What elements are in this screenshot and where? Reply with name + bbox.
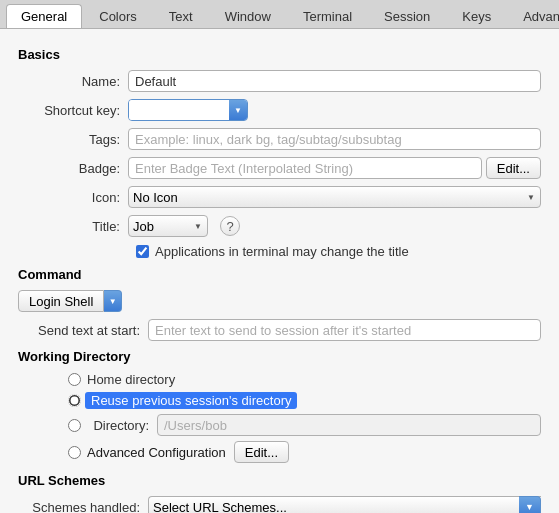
- reuse-dir-radio-row: Reuse previous session's directory: [18, 392, 541, 409]
- icon-label: Icon:: [18, 190, 128, 205]
- badge-input[interactable]: [128, 157, 482, 179]
- url-schemes-section: URL Schemes Schemes handled: Select URL …: [18, 473, 541, 513]
- icon-control: No Icon: [128, 186, 541, 208]
- home-dir-radio-row: Home directory: [18, 372, 541, 387]
- change-title-label: Applications in terminal may change the …: [155, 244, 409, 259]
- icon-select-wrap[interactable]: No Icon: [128, 186, 541, 208]
- name-row: Name:: [18, 70, 541, 92]
- advanced-config-radio[interactable]: [68, 446, 81, 459]
- custom-dir-radio[interactable]: [68, 419, 81, 432]
- name-control: [128, 70, 541, 92]
- shortcut-label: Shortcut key:: [18, 103, 128, 118]
- title-help-button[interactable]: ?: [220, 216, 240, 236]
- directory-label: Directory:: [87, 418, 157, 433]
- tags-control: [128, 128, 541, 150]
- tags-input[interactable]: [128, 128, 541, 150]
- badge-label: Badge:: [18, 161, 128, 176]
- login-shell-arrow-button[interactable]: ▼: [104, 290, 122, 312]
- advanced-config-row: Advanced Configuration Edit...: [18, 441, 541, 463]
- title-select[interactable]: Job: [128, 215, 208, 237]
- schemes-handled-label: Schemes handled:: [18, 500, 148, 514]
- change-title-checkbox[interactable]: [136, 245, 149, 258]
- reuse-dir-label: Reuse previous session's directory: [85, 392, 297, 409]
- tab-keys[interactable]: Keys: [447, 4, 506, 28]
- tags-row: Tags:: [18, 128, 541, 150]
- basics-header: Basics: [18, 47, 541, 62]
- tab-general[interactable]: General: [6, 4, 82, 28]
- advanced-config-label: Advanced Configuration: [87, 445, 226, 460]
- tab-bar: General Colors Text Window Terminal Sess…: [0, 0, 559, 29]
- content-area: Basics Name: Shortcut key: ▼ Tags: Badge…: [0, 29, 559, 513]
- badge-edit-button[interactable]: Edit...: [486, 157, 541, 179]
- home-dir-radio[interactable]: [68, 373, 81, 386]
- change-title-checkbox-row: Applications in terminal may change the …: [18, 244, 541, 259]
- directory-row: Directory:: [18, 414, 541, 436]
- shortcut-row: Shortcut key: ▼: [18, 99, 541, 121]
- tab-window[interactable]: Window: [210, 4, 286, 28]
- working-dir-header: Working Directory: [18, 349, 541, 364]
- command-header: Command: [18, 267, 541, 282]
- directory-input[interactable]: [157, 414, 541, 436]
- shortcut-arrow-btn[interactable]: ▼: [229, 100, 247, 120]
- url-schemes-row: Schemes handled: Select URL Schemes... ▼: [18, 496, 541, 513]
- reuse-dir-radio[interactable]: [68, 394, 81, 407]
- url-schemes-select[interactable]: Select URL Schemes...: [148, 496, 541, 513]
- advanced-config-edit-button[interactable]: Edit...: [234, 441, 289, 463]
- command-row: Login Shell ▼: [18, 290, 541, 312]
- tab-colors[interactable]: Colors: [84, 4, 152, 28]
- title-control: Job ?: [128, 215, 541, 237]
- url-schemes-arrow-button[interactable]: ▼: [519, 496, 541, 513]
- home-dir-label: Home directory: [87, 372, 175, 387]
- send-text-label: Send text at start:: [18, 323, 148, 338]
- title-row: Title: Job ?: [18, 215, 541, 237]
- send-text-row: Send text at start:: [18, 319, 541, 341]
- title-label: Title:: [18, 219, 128, 234]
- send-text-input[interactable]: [148, 319, 541, 341]
- name-label: Name:: [18, 74, 128, 89]
- badge-row: Badge: Edit...: [18, 157, 541, 179]
- tab-advanced[interactable]: Advanced: [508, 4, 559, 28]
- url-select-wrap: Select URL Schemes... ▼: [148, 496, 541, 513]
- shortcut-input[interactable]: [129, 100, 229, 120]
- tab-session[interactable]: Session: [369, 4, 445, 28]
- icon-select[interactable]: No Icon: [128, 186, 541, 208]
- login-shell-button[interactable]: Login Shell: [18, 290, 104, 312]
- url-schemes-header: URL Schemes: [18, 473, 541, 488]
- shortcut-control: ▼: [128, 99, 541, 121]
- tab-text[interactable]: Text: [154, 4, 208, 28]
- shortcut-dropdown[interactable]: ▼: [128, 99, 248, 121]
- title-select-wrap[interactable]: Job: [128, 215, 208, 237]
- tags-label: Tags:: [18, 132, 128, 147]
- icon-row: Icon: No Icon: [18, 186, 541, 208]
- badge-control: Edit...: [128, 157, 541, 179]
- name-input[interactable]: [128, 70, 541, 92]
- tab-terminal[interactable]: Terminal: [288, 4, 367, 28]
- login-shell-select: Login Shell ▼: [18, 290, 122, 312]
